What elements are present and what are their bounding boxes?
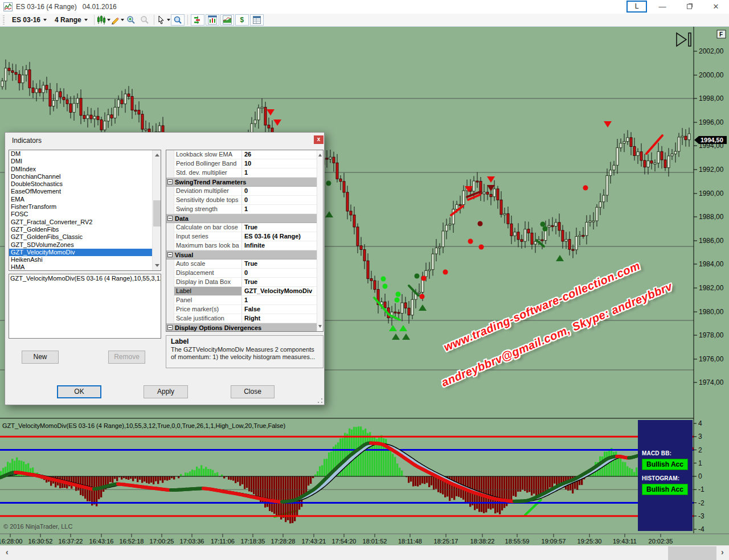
property-value[interactable]: True — [242, 260, 323, 269]
scroll-left-icon[interactable]: ‹ — [6, 547, 9, 557]
property-value[interactable]: False — [242, 305, 323, 314]
list-item[interactable]: DonchianChannel — [9, 173, 161, 180]
market-analyzer-button[interactable] — [191, 14, 204, 26]
list-item[interactable]: EaseOfMovement — [9, 188, 161, 195]
property-row[interactable]: Panel1 — [166, 296, 323, 305]
histogram-status-badge[interactable]: Bullish Acc — [642, 484, 688, 495]
property-value[interactable]: 1 — [242, 205, 323, 214]
property-value[interactable]: 1 — [242, 168, 323, 178]
chart-window-button[interactable] — [206, 14, 219, 26]
collapse-icon[interactable] — [167, 252, 173, 257]
close-window-button[interactable]: ✕ — [705, 0, 727, 14]
macd-bb-status-badge[interactable]: Bullish Acc — [642, 459, 688, 470]
minimize-button[interactable]: — — [651, 0, 674, 14]
property-value[interactable]: 0 — [242, 269, 323, 278]
list-item[interactable]: HMA — [9, 263, 161, 271]
apply-button[interactable]: Apply — [144, 385, 188, 398]
scroll-up-icon[interactable] — [318, 154, 322, 157]
list-item[interactable]: FOSC — [9, 211, 161, 218]
property-row[interactable]: Sensitivity double tops0 — [166, 196, 323, 205]
cursor-tool-button[interactable] — [157, 14, 170, 26]
list-item[interactable]: EMA — [9, 196, 161, 203]
scrollbar-thumb[interactable] — [153, 200, 161, 227]
area-chart-button[interactable] — [220, 14, 234, 26]
configured-indicators-box[interactable]: GZT_VelocityMomoDiv(ES 03-16 (4 Range),1… — [9, 274, 161, 339]
list-item[interactable]: FisherTransform — [9, 203, 161, 211]
instrument-selector[interactable]: ES 03-16 — [8, 14, 51, 26]
list-item[interactable]: GZT_GoldenFibs_Classic — [9, 233, 161, 241]
property-grid[interactable]: Lookback slow EMA26Period Bollinger Band… — [166, 150, 323, 332]
data-box-button[interactable] — [171, 14, 185, 26]
toolbar-grip[interactable] — [3, 15, 5, 24]
list-item[interactable]: DMI — [9, 158, 161, 165]
list-item[interactable]: HeikenAshi — [9, 256, 161, 263]
ok-button[interactable]: OK — [57, 385, 101, 398]
property-row[interactable]: Auto scaleTrue — [166, 260, 323, 269]
indicator-list-scrollbar[interactable] — [152, 150, 161, 270]
property-row[interactable]: Price marker(s)False — [166, 305, 323, 314]
property-row[interactable]: Period Bollinger Band10 — [166, 159, 323, 168]
property-value[interactable]: Infinite — [242, 241, 323, 250]
property-value[interactable]: True — [242, 278, 323, 287]
remove-button[interactable]: Remove — [108, 351, 145, 364]
dialog-close-button[interactable]: x — [314, 135, 323, 144]
scroll-down-icon[interactable] — [318, 325, 322, 328]
list-item[interactable]: DoubleStochastics — [9, 180, 161, 188]
title-bar[interactable]: ES 03-16 (4 Range)04.01.2016 L — ✕ — [0, 0, 729, 14]
property-row[interactable]: Scale justificationRight — [166, 314, 323, 323]
new-button[interactable]: New — [22, 351, 59, 364]
indicator-list[interactable]: DMDMIDMIndexDonchianChannelDoubleStochas… — [9, 150, 161, 271]
collapse-icon[interactable] — [167, 216, 173, 221]
property-grid-scrollbar[interactable] — [317, 150, 323, 331]
list-item[interactable]: DMIndex — [9, 166, 161, 173]
property-row[interactable]: Deviation multiplier0 — [166, 187, 323, 196]
draw-tool-button[interactable] — [110, 14, 124, 26]
list-item[interactable]: GZT_Fractal_Converter_RV2 — [9, 219, 161, 226]
property-value[interactable]: True — [242, 223, 323, 232]
data-grid-button[interactable] — [250, 14, 264, 26]
horizontal-scrollbar[interactable]: ‹ › — [0, 545, 729, 560]
property-row[interactable]: Swing strength1 — [166, 205, 323, 214]
close-button[interactable]: Close — [231, 385, 275, 398]
property-value[interactable]: Right — [242, 314, 323, 323]
list-item[interactable]: GZT_SDVolumeZones — [9, 241, 161, 249]
account-button[interactable]: $ — [235, 14, 249, 26]
property-row[interactable]: Lookback slow EMA26 — [166, 150, 323, 159]
zoom-in-button[interactable] — [124, 14, 138, 26]
property-row[interactable]: LabelGZT_VelocityMomoDiv — [166, 287, 323, 296]
resize-grip[interactable] — [317, 398, 323, 403]
property-group-row[interactable]: SwingTrend Parameters — [166, 178, 323, 187]
property-value[interactable]: ES 03-16 (4 Range) — [242, 232, 323, 241]
price-axis[interactable]: 2002,002000,001998,001996,001994,001992,… — [694, 47, 727, 386]
list-item[interactable]: GZT_VelocityMomoDiv — [9, 249, 161, 256]
scroll-up-icon[interactable] — [155, 154, 159, 157]
property-group-row[interactable]: Display Options Divergences — [166, 323, 323, 332]
magnifier-icon — [173, 15, 182, 24]
property-value[interactable]: 0 — [242, 187, 323, 196]
property-value[interactable]: 0 — [242, 196, 323, 205]
property-group-row[interactable]: Visual — [166, 250, 323, 260]
property-row[interactable]: Maximum bars look baInfinite — [166, 241, 323, 250]
collapse-icon[interactable] — [167, 325, 173, 330]
property-value[interactable]: 10 — [242, 159, 323, 168]
zoom-out-button[interactable] — [138, 14, 151, 26]
property-row[interactable]: Input seriesES 03-16 (4 Range) — [166, 232, 323, 241]
scroll-right-icon[interactable]: › — [721, 547, 724, 557]
restore-button[interactable] — [678, 0, 701, 14]
property-row[interactable]: Display in Data BoxTrue — [166, 278, 323, 287]
property-value[interactable]: GZT_VelocityMomoDiv — [242, 287, 323, 296]
list-item[interactable]: GZT_GoldenFibs — [9, 226, 161, 233]
collapse-icon[interactable] — [167, 179, 173, 184]
property-value[interactable]: 26 — [242, 150, 323, 159]
property-row[interactable]: Calculate on bar closeTrue — [166, 223, 323, 232]
list-item[interactable]: DM — [9, 150, 161, 158]
property-value[interactable]: 1 — [242, 296, 323, 305]
scroll-down-icon[interactable] — [155, 264, 159, 267]
link-button[interactable]: L — [626, 1, 647, 13]
scrollbar-thumb[interactable] — [668, 546, 716, 560]
chart-style-button[interactable] — [97, 14, 110, 26]
property-row[interactable]: Std. dev. multiplier1 — [166, 168, 323, 178]
period-selector[interactable]: 4 Range — [51, 14, 92, 26]
property-row[interactable]: Displacement0 — [166, 269, 323, 278]
property-group-row[interactable]: Data — [166, 214, 323, 223]
